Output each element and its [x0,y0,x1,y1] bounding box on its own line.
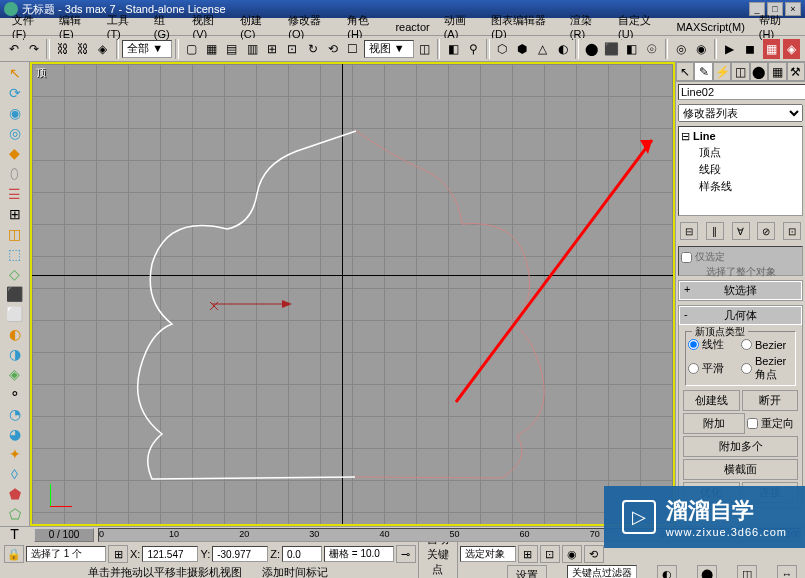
create-line-button[interactable]: 创建线 [683,390,740,411]
loz-icon[interactable]: ◊ [3,465,27,483]
modifier-list[interactable]: 修改器列表 [678,104,803,122]
half1-icon[interactable]: ◐ [3,325,27,343]
x-input[interactable] [142,546,198,562]
quarter2-icon[interactable]: ◕ [3,425,27,443]
layers-button[interactable]: ⦾ [642,38,661,60]
object-name-input[interactable] [678,84,805,100]
create-tab[interactable]: ↖ [676,62,694,81]
right-btn-2[interactable]: ◈ [782,38,801,60]
schematic-button[interactable]: ◉ [692,38,711,60]
linear-radio[interactable] [688,339,699,350]
reorient-check[interactable] [747,418,758,429]
transform-type-button[interactable]: ⊞ [108,545,128,563]
curve-editor-button[interactable]: ◎ [671,38,690,60]
percent-snap-button[interactable]: △ [533,38,552,60]
center-button[interactable]: ◫ [415,38,434,60]
geometry-rollout[interactable]: -几何体 [679,306,802,325]
bezier-radio[interactable] [741,339,752,350]
z-input[interactable] [282,546,322,562]
nav-8[interactable]: ↔ [777,565,797,578]
menu-reactor[interactable]: reactor [389,20,435,34]
list-icon[interactable]: ☰ [3,185,27,203]
stack-segment[interactable]: 线段 [681,161,800,178]
cross-section-button[interactable]: 横截面 [683,459,798,480]
nav-2[interactable]: ⊡ [540,545,560,563]
angle-snap-button[interactable]: ⬢ [513,38,532,60]
nav-5[interactable]: ◐ [657,565,677,578]
hollow-icon[interactable]: ⬜ [3,305,27,323]
scale-button[interactable]: ☐ [343,38,362,60]
nav-7[interactable]: ◫ [737,565,757,578]
tb-btn-1[interactable]: ◧ [443,38,462,60]
utilities-tab[interactable]: ▦ [768,62,786,81]
select-scale-button[interactable]: ⊡ [283,38,302,60]
cone-icon[interactable]: ◆ [3,144,27,162]
config-button[interactable]: ⊡ [783,222,801,240]
key-mode-button[interactable]: ⊸ [396,545,416,563]
quick-render-button[interactable]: ◼ [741,38,760,60]
show-result-button[interactable]: ‖ [706,222,724,240]
smooth-radio[interactable] [688,363,699,374]
extra-tab[interactable]: ⚒ [787,62,805,81]
snap-button[interactable]: ⬡ [493,38,512,60]
select-icon[interactable]: ↖ [3,64,27,82]
stack-vertex[interactable]: 顶点 [681,144,800,161]
diamond-icon[interactable]: ◇ [3,265,27,283]
lock-selection-button[interactable]: 🔒 [4,545,24,563]
select-rotate-button[interactable]: ⊞ [263,38,282,60]
spark-icon[interactable]: ✦ [3,445,27,463]
window-crossing-button[interactable]: ▤ [222,38,241,60]
key-filter-sel[interactable]: 选定对象 [460,546,516,562]
display-tab[interactable]: ⬤ [750,62,768,81]
break-button[interactable]: 断开 [742,390,799,411]
sphere-icon[interactable]: ◉ [3,104,27,122]
ref-coord-system[interactable]: 视图 ▼ [364,40,414,58]
key-filter-label[interactable]: 关键点过滤器 [567,565,637,578]
add-time-tag[interactable]: 添加时间标记 [262,565,328,578]
soft-selection-rollout[interactable]: +软选择 [679,281,802,300]
nav-1[interactable]: ⊞ [518,545,538,563]
select-button[interactable]: ▢ [182,38,201,60]
right-btn-1[interactable]: ▦ [762,38,781,60]
link-button[interactable]: ⛓ [53,38,72,60]
motion-tab[interactable]: ◫ [731,62,749,81]
redo-button[interactable]: ↷ [24,38,43,60]
cyl-icon[interactable]: ⬚ [3,245,27,263]
unique-button[interactable]: ∀ [732,222,750,240]
undo-button[interactable]: ↶ [4,38,23,60]
tb-btn-2[interactable]: ⚲ [464,38,483,60]
menu-maxscript[interactable]: MAXScript(M) [670,20,750,34]
align-button[interactable]: ◧ [622,38,641,60]
modifier-stack[interactable]: ⊟ Line 顶点 线段 样条线 [678,126,803,216]
rotate-button[interactable]: ↻ [303,38,322,60]
time-slider[interactable]: 0 / 100 [34,528,94,542]
mirror-button[interactable]: ⬛ [602,38,621,60]
rotate-icon[interactable]: ⟳ [3,84,27,102]
ring-icon[interactable]: ⚬ [3,385,27,403]
nav-4[interactable]: ⟲ [584,545,604,563]
hierarchy-tab[interactable]: ⚡ [713,62,731,81]
solid-icon[interactable]: ⬛ [3,285,27,303]
hexa-icon[interactable]: ⬠ [3,505,27,523]
grid-icon[interactable]: ⊞ [3,205,27,223]
diamond2-icon[interactable]: ◈ [3,365,27,383]
bind-button[interactable]: ◈ [93,38,112,60]
viewport-top[interactable]: 顶 [30,62,675,526]
stack-spline[interactable]: 样条线 [681,178,800,195]
setkey-button[interactable]: 设置关键点 [507,565,547,578]
nav-6[interactable]: ⬤ [697,565,717,578]
rotate2-button[interactable]: ⟲ [323,38,342,60]
select-move-button[interactable]: ▥ [243,38,262,60]
lock-selection-check[interactable] [681,252,692,263]
y-input[interactable] [212,546,268,562]
remove-mod-button[interactable]: ⊘ [757,222,775,240]
attach-mult-button[interactable]: 附加多个 [683,436,798,457]
attach-button[interactable]: 附加 [683,413,745,434]
bezier-corner-radio[interactable] [741,363,752,374]
stack-line[interactable]: ⊟ Line [681,129,800,144]
half2-icon[interactable]: ◑ [3,345,27,363]
box-icon[interactable]: ◫ [3,225,27,243]
capsule-icon[interactable]: ⬯ [3,164,27,183]
penta-icon[interactable]: ⬟ [3,485,27,503]
menu-group[interactable]: 组(G) [148,12,185,41]
